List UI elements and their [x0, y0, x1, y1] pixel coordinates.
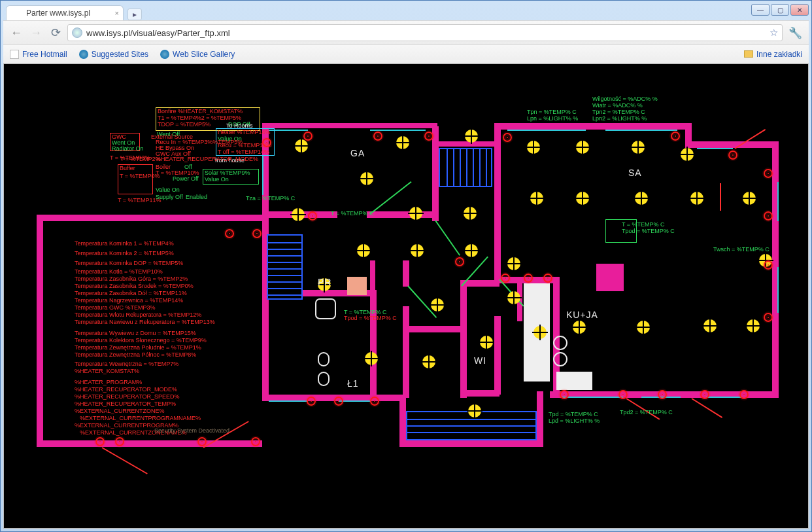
- light-icon[interactable]: [295, 139, 308, 152]
- bookmark-web-slice[interactable]: Web Slice Gallery: [160, 50, 235, 59]
- minimize-button[interactable]: —: [751, 4, 770, 16]
- sensor-icon[interactable]: [424, 132, 433, 141]
- other-bookmarks[interactable]: Inne zakładki: [744, 50, 802, 59]
- readout-tpod-sa: Tpod = %TEMP% C: [622, 228, 675, 235]
- sensor-icon[interactable]: [197, 437, 207, 446]
- wall: [403, 306, 409, 398]
- light-icon[interactable]: [468, 404, 481, 417]
- sensor-icon[interactable]: [455, 257, 464, 266]
- sensor-icon[interactable]: [308, 211, 317, 221]
- status-line: Temperatura GWC %TEMP3%: [75, 304, 261, 311]
- light-icon[interactable]: [743, 192, 756, 205]
- boiler-value: Value On: [156, 186, 180, 194]
- light-icon[interactable]: [507, 257, 520, 270]
- sensor-icon[interactable]: [503, 133, 512, 142]
- room-label-l1: Ł1: [347, 378, 359, 389]
- sensor-icon[interactable]: [524, 274, 533, 283]
- bonfire-tdop: TDOP = %TEMP5%: [158, 121, 211, 128]
- light-icon[interactable]: [465, 130, 478, 143]
- light-icon[interactable]: [480, 336, 493, 349]
- sensor-icon[interactable]: [225, 229, 234, 238]
- window: [262, 156, 263, 195]
- light-icon[interactable]: [576, 192, 589, 205]
- buffer-t2: T = %TEMP2%: [120, 156, 161, 163]
- light-icon[interactable]: [465, 244, 478, 257]
- close-button[interactable]: ✕: [790, 4, 809, 16]
- forward-button[interactable]: →: [28, 25, 44, 41]
- browser-tab[interactable]: Parter www.isys.pl ×: [6, 5, 124, 20]
- light-icon[interactable]: [527, 141, 540, 154]
- status-line: Temperatura Kominka 2 = %TEMP5%: [75, 250, 261, 257]
- light-icon[interactable]: [533, 326, 547, 339]
- sensor-icon[interactable]: [728, 151, 737, 160]
- sensor-icon[interactable]: [764, 313, 773, 322]
- sensor-icon[interactable]: [543, 274, 552, 283]
- sensor-icon[interactable]: [370, 397, 379, 406]
- sensor-icon[interactable]: [334, 397, 343, 406]
- new-tab-button[interactable]: ▸: [127, 9, 142, 20]
- sensor-icon[interactable]: [764, 260, 773, 270]
- stairs: [439, 148, 492, 187]
- light-icon[interactable]: [632, 141, 645, 154]
- sensor-icon[interactable]: [303, 132, 313, 141]
- light-icon[interactable]: [690, 192, 703, 205]
- light-icon[interactable]: [411, 244, 424, 257]
- bookmark-suggested-sites[interactable]: Suggested Sites: [79, 50, 148, 59]
- light-icon[interactable]: [365, 352, 378, 365]
- sensor-icon[interactable]: [618, 390, 628, 399]
- reload-button[interactable]: ⟳: [48, 25, 63, 41]
- light-icon[interactable]: [422, 355, 435, 368]
- light-icon[interactable]: [576, 141, 589, 154]
- sensor-icon[interactable]: [252, 229, 262, 238]
- status-line: Temperatura Kotła = %TEMP10%: [75, 268, 261, 275]
- window: [507, 130, 586, 131]
- light-icon[interactable]: [635, 192, 648, 205]
- light-icon[interactable]: [431, 298, 444, 311]
- light-icon[interactable]: [703, 319, 717, 332]
- sensor-icon[interactable]: [764, 169, 773, 178]
- tab-close-icon[interactable]: ×: [115, 9, 119, 17]
- light-icon[interactable]: [681, 148, 694, 161]
- sensor-icon[interactable]: [700, 390, 709, 399]
- room-label-sa: SA: [628, 168, 642, 178]
- status-line: Temperatura Zewnętrzna Południe = %TEMP1…: [75, 344, 261, 351]
- sensor-icon[interactable]: [739, 390, 749, 399]
- floorplan-canvas[interactable]: GA SA PR KU+JA WI Ł1 Wilgotność = %ADC% …: [4, 64, 808, 528]
- light-icon[interactable]: [409, 207, 422, 220]
- globe-icon: [72, 27, 82, 38]
- light-icon[interactable]: [396, 136, 409, 149]
- light-icon[interactable]: [637, 321, 650, 334]
- light-icon[interactable]: [507, 291, 520, 304]
- light-icon[interactable]: [464, 207, 477, 220]
- light-icon[interactable]: [357, 244, 370, 257]
- back-button[interactable]: ←: [8, 25, 24, 41]
- sensor-icon[interactable]: [373, 132, 382, 141]
- sensor-icon[interactable]: [115, 437, 124, 446]
- wrench-menu-icon[interactable]: 🔧: [787, 26, 804, 40]
- sensor-icon[interactable]: [307, 397, 316, 406]
- sensor-icon[interactable]: [671, 132, 680, 141]
- sensor-icon[interactable]: [251, 437, 260, 446]
- wall: [537, 391, 543, 447]
- status-line: Temperatura Wewnętrzna = %TEMP7%: [75, 361, 261, 368]
- room-label-pr: PR: [318, 277, 331, 287]
- bookmark-star-icon[interactable]: ☆: [770, 27, 778, 39]
- light-icon[interactable]: [360, 172, 373, 185]
- light-icon[interactable]: [573, 321, 586, 334]
- bookmark-free-hotmail[interactable]: Free Hotmail: [10, 50, 67, 59]
- sensor-icon[interactable]: [95, 437, 105, 446]
- address-bar[interactable]: ☆: [67, 24, 783, 41]
- wall: [685, 141, 777, 148]
- light-icon[interactable]: [530, 192, 543, 205]
- sensor-icon[interactable]: [501, 274, 510, 283]
- status-line: %HEATER_RECUPERATOR_TEMP%: [75, 400, 261, 408]
- light-icon[interactable]: [292, 208, 305, 221]
- sensor-icon[interactable]: [764, 211, 773, 221]
- maximize-button[interactable]: ▢: [771, 4, 789, 16]
- fixture-icon: [315, 298, 336, 319]
- status-line: %HEATER_RECUPERATOR_MODE%: [75, 386, 261, 393]
- light-icon[interactable]: [747, 319, 760, 332]
- url-input[interactable]: [86, 28, 766, 38]
- sensor-icon[interactable]: [658, 390, 667, 399]
- sensor-icon[interactable]: [560, 390, 569, 399]
